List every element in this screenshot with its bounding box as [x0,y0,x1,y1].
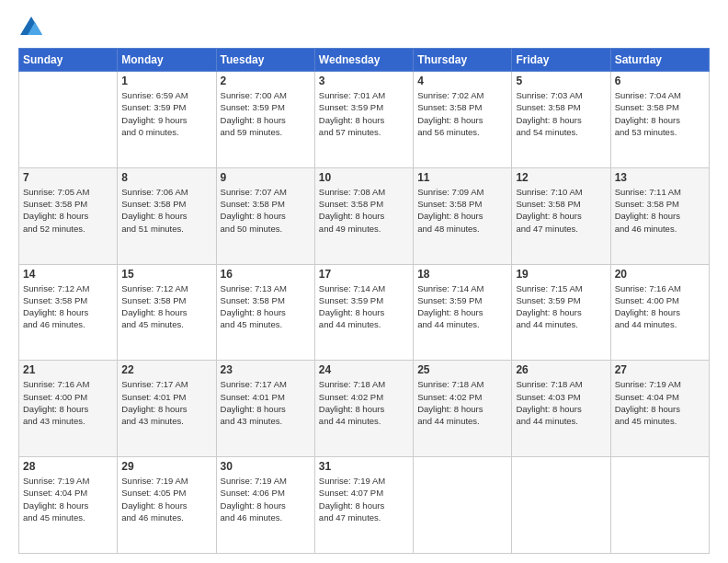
day-info: Sunrise: 7:18 AMSunset: 4:02 PMDaylight:… [417,378,507,427]
day-number: 7 [23,171,113,184]
calendar-cell: 22Sunrise: 7:17 AMSunset: 4:01 PMDayligh… [118,361,216,457]
day-info: Sunrise: 7:10 AMSunset: 3:58 PMDaylight:… [516,186,606,235]
day-number: 19 [516,268,606,281]
calendar-cell: 5Sunrise: 7:03 AMSunset: 3:58 PMDaylight… [512,72,610,168]
calendar-cell: 10Sunrise: 7:08 AMSunset: 3:58 PMDayligh… [314,167,413,264]
day-info: Sunrise: 7:14 AMSunset: 3:59 PMDaylight:… [319,282,409,331]
day-info: Sunrise: 7:05 AMSunset: 3:58 PMDaylight:… [23,186,113,235]
calendar-cell: 3Sunrise: 7:01 AMSunset: 3:59 PMDaylight… [314,72,413,168]
day-number: 13 [615,171,705,184]
day-info: Sunrise: 7:19 AMSunset: 4:04 PMDaylight:… [615,378,705,427]
day-info: Sunrise: 7:04 AMSunset: 3:58 PMDaylight:… [615,89,705,138]
logo [18,15,48,40]
calendar-week-row: 1Sunrise: 6:59 AMSunset: 3:59 PMDaylight… [19,72,710,168]
calendar-cell [512,457,610,554]
day-number: 15 [121,268,211,281]
day-info: Sunrise: 7:19 AMSunset: 4:04 PMDaylight:… [23,475,113,523]
day-number: 10 [319,171,409,184]
calendar-cell: 9Sunrise: 7:07 AMSunset: 3:58 PMDaylight… [216,167,314,264]
calendar-cell: 19Sunrise: 7:15 AMSunset: 3:59 PMDayligh… [512,264,610,361]
day-info: Sunrise: 7:16 AMSunset: 4:00 PMDaylight:… [23,378,113,427]
day-info: Sunrise: 7:14 AMSunset: 3:59 PMDaylight:… [417,282,507,331]
calendar-cell: 25Sunrise: 7:18 AMSunset: 4:02 PMDayligh… [414,361,512,457]
day-number: 31 [319,460,409,473]
calendar-cell: 14Sunrise: 7:12 AMSunset: 3:58 PMDayligh… [19,264,118,361]
calendar-cell: 16Sunrise: 7:13 AMSunset: 3:58 PMDayligh… [216,264,314,361]
calendar-table: SundayMondayTuesdayWednesdayThursdayFrid… [18,48,710,554]
calendar-cell: 17Sunrise: 7:14 AMSunset: 3:59 PMDayligh… [314,264,413,361]
day-number: 3 [319,75,409,87]
day-number: 12 [516,171,606,184]
day-number: 6 [615,75,705,87]
day-number: 11 [417,171,507,184]
day-number: 30 [221,460,311,473]
day-number: 20 [615,268,705,281]
day-number: 2 [221,75,311,87]
calendar-week-row: 28Sunrise: 7:19 AMSunset: 4:04 PMDayligh… [19,457,710,554]
calendar-cell: 24Sunrise: 7:18 AMSunset: 4:02 PMDayligh… [314,361,413,457]
logo-icon [18,15,44,40]
day-number: 17 [319,268,409,281]
calendar-cell: 11Sunrise: 7:09 AMSunset: 3:58 PMDayligh… [414,167,512,264]
calendar-cell: 15Sunrise: 7:12 AMSunset: 3:58 PMDayligh… [118,264,216,361]
day-number: 8 [121,171,211,184]
day-number: 5 [516,75,606,87]
day-info: Sunrise: 7:13 AMSunset: 3:58 PMDaylight:… [221,282,311,331]
calendar-week-row: 7Sunrise: 7:05 AMSunset: 3:58 PMDaylight… [19,167,710,264]
day-info: Sunrise: 7:17 AMSunset: 4:01 PMDaylight:… [221,378,311,427]
day-info: Sunrise: 7:19 AMSunset: 4:05 PMDaylight:… [121,475,211,523]
day-info: Sunrise: 7:17 AMSunset: 4:01 PMDaylight:… [121,378,211,427]
calendar-cell [610,457,709,554]
day-info: Sunrise: 7:00 AMSunset: 3:59 PMDaylight:… [221,89,311,138]
day-number: 21 [23,363,113,376]
calendar-cell: 26Sunrise: 7:18 AMSunset: 4:03 PMDayligh… [512,361,610,457]
calendar-cell: 4Sunrise: 7:02 AMSunset: 3:58 PMDaylight… [414,72,512,168]
calendar-cell: 31Sunrise: 7:19 AMSunset: 4:07 PMDayligh… [314,457,413,554]
calendar-cell: 21Sunrise: 7:16 AMSunset: 4:00 PMDayligh… [19,361,118,457]
day-number: 23 [221,363,311,376]
day-info: Sunrise: 7:19 AMSunset: 4:07 PMDaylight:… [319,475,409,523]
day-number: 28 [23,460,113,473]
calendar-cell: 27Sunrise: 7:19 AMSunset: 4:04 PMDayligh… [610,361,709,457]
day-number: 4 [417,75,507,87]
day-number: 1 [121,75,211,87]
day-number: 24 [319,363,409,376]
weekday-header-friday: Friday [512,49,610,72]
day-number: 25 [417,363,507,376]
header [18,15,710,40]
day-number: 9 [221,171,311,184]
day-number: 27 [615,363,705,376]
day-number: 26 [516,363,606,376]
weekday-header-tuesday: Tuesday [216,49,314,72]
day-info: Sunrise: 7:08 AMSunset: 3:58 PMDaylight:… [319,186,409,235]
calendar-cell: 1Sunrise: 6:59 AMSunset: 3:59 PMDaylight… [118,72,216,168]
calendar-cell: 8Sunrise: 7:06 AMSunset: 3:58 PMDaylight… [118,167,216,264]
calendar-cell: 7Sunrise: 7:05 AMSunset: 3:58 PMDaylight… [19,167,118,264]
day-number: 14 [23,268,113,281]
weekday-header-wednesday: Wednesday [314,49,413,72]
day-info: Sunrise: 7:18 AMSunset: 4:02 PMDaylight:… [319,378,409,427]
day-info: Sunrise: 7:12 AMSunset: 3:58 PMDaylight:… [23,282,113,331]
weekday-header-monday: Monday [118,49,216,72]
day-info: Sunrise: 7:01 AMSunset: 3:59 PMDaylight:… [319,89,409,138]
calendar-cell: 6Sunrise: 7:04 AMSunset: 3:58 PMDaylight… [610,72,709,168]
calendar-cell: 23Sunrise: 7:17 AMSunset: 4:01 PMDayligh… [216,361,314,457]
weekday-header-row: SundayMondayTuesdayWednesdayThursdayFrid… [19,49,710,72]
calendar-cell: 28Sunrise: 7:19 AMSunset: 4:04 PMDayligh… [19,457,118,554]
calendar-cell: 2Sunrise: 7:00 AMSunset: 3:59 PMDaylight… [216,72,314,168]
calendar-week-row: 21Sunrise: 7:16 AMSunset: 4:00 PMDayligh… [19,361,710,457]
calendar-cell [414,457,512,554]
day-info: Sunrise: 7:12 AMSunset: 3:58 PMDaylight:… [121,282,211,331]
weekday-header-sunday: Sunday [19,49,118,72]
day-info: Sunrise: 7:18 AMSunset: 4:03 PMDaylight:… [516,378,606,427]
day-info: Sunrise: 7:19 AMSunset: 4:06 PMDaylight:… [221,475,311,523]
page: SundayMondayTuesdayWednesdayThursdayFrid… [0,0,728,563]
calendar-cell: 29Sunrise: 7:19 AMSunset: 4:05 PMDayligh… [118,457,216,554]
calendar-cell: 12Sunrise: 7:10 AMSunset: 3:58 PMDayligh… [512,167,610,264]
day-info: Sunrise: 7:06 AMSunset: 3:58 PMDaylight:… [121,186,211,235]
day-info: Sunrise: 6:59 AMSunset: 3:59 PMDaylight:… [121,89,211,138]
weekday-header-thursday: Thursday [414,49,512,72]
weekday-header-saturday: Saturday [610,49,709,72]
calendar-cell: 20Sunrise: 7:16 AMSunset: 4:00 PMDayligh… [610,264,709,361]
day-number: 22 [121,363,211,376]
